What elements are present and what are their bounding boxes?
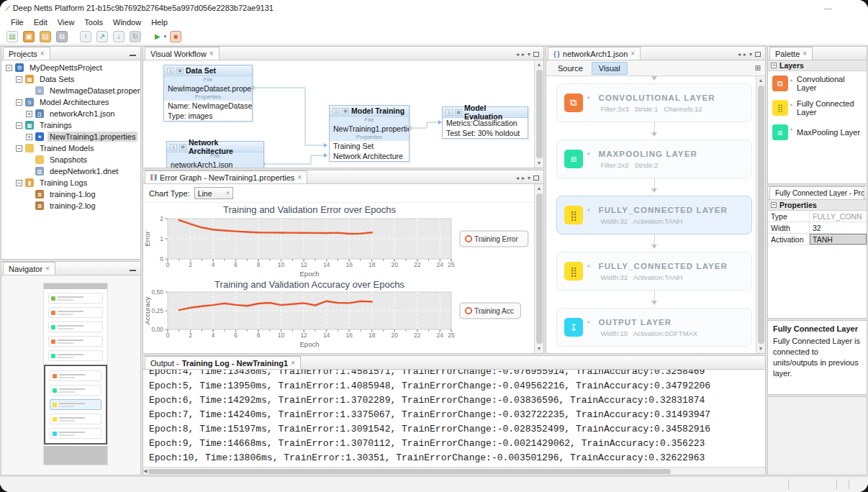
- scroll-up-icon[interactable]: ▲: [537, 60, 542, 69]
- tree-item-training-1-log[interactable]: ≣training-1.log: [1, 188, 140, 200]
- menu-tools[interactable]: Tools: [79, 18, 108, 27]
- node-value-row[interactable]: Type: images: [164, 111, 252, 121]
- collapse-icon[interactable]: −: [16, 76, 22, 83]
- close-icon[interactable]: ×: [630, 50, 635, 58]
- property-value[interactable]: TANH: [810, 234, 867, 245]
- node-value-row[interactable]: Test Set: 30% holdout: [443, 128, 528, 138]
- close-icon[interactable]: ×: [291, 359, 295, 367]
- palette-group-header[interactable]: − Layers: [768, 60, 867, 71]
- tree-item-newimagedataset-properties[interactable]: ≡NewImageDataset.properties: [1, 85, 140, 96]
- scroll-right-icon[interactable]: ▸: [743, 51, 746, 58]
- tab-visual-workflow[interactable]: Visual Workflow ×: [145, 47, 220, 60]
- tab-palette[interactable]: Palette ×: [769, 47, 813, 60]
- tree-item-newtraining1-properties[interactable]: +✦NewTraining1.properties: [1, 131, 140, 142]
- tab-network-arch[interactable]: { } networkArch1.json ×: [548, 47, 641, 60]
- node-value-row[interactable]: Name: NewImageDataset: [164, 101, 252, 111]
- layer-card-maxpool[interactable]: ⧈▴MAXPOOLING LAYERFilter:2x2 Stride:2: [556, 140, 752, 178]
- collapse-icon[interactable]: −: [771, 202, 777, 208]
- scroll-left-icon[interactable]: ◂: [516, 175, 519, 181]
- layer-card-fc[interactable]: ⣿▴FULLY_CONNECTED LAYERWidth:32 Activati…: [556, 252, 752, 291]
- source-view-button[interactable]: Source: [551, 62, 590, 75]
- maximize-icon[interactable]: [533, 52, 539, 57]
- toolbar-create-architecture-button[interactable]: ↗: [94, 29, 110, 44]
- layer-card-output[interactable]: ↧▴OUTPUT LAYERWidth:10 Activation:SOFTMA…: [556, 308, 752, 347]
- scroll-down-icon[interactable]: ▼: [537, 159, 542, 168]
- toolbar-stop-button[interactable]: ■: [168, 29, 184, 44]
- layer-card-conv[interactable]: ⧉▴CONVOLUTIONAL LAYERFilter:3x3 Stride:1…: [556, 83, 752, 122]
- grid-toggle-icon[interactable]: ⊞: [755, 64, 761, 72]
- collapse-icon[interactable]: △: [446, 109, 453, 116]
- collapse-icon[interactable]: −: [6, 65, 12, 71]
- maximize-icon[interactable]: [755, 52, 761, 57]
- expand-icon[interactable]: +: [26, 111, 32, 117]
- menu-file[interactable]: File: [6, 18, 29, 27]
- scroll-left-icon[interactable]: ◂: [738, 51, 741, 58]
- tab-list-icon[interactable]: ▾: [528, 51, 530, 58]
- node-value-row[interactable]: NewTraining1.properties: [330, 124, 409, 134]
- menu-help[interactable]: Help: [146, 18, 173, 27]
- tab-projects[interactable]: Projects ×: [3, 47, 50, 60]
- output-log[interactable]: Epoch:4, Time:13436ms, TrainError:1.4581…: [143, 370, 765, 467]
- output-horizontal-scrollbar[interactable]: ◀: [143, 467, 765, 475]
- minimize-icon[interactable]: [130, 270, 136, 271]
- collapse-icon[interactable]: −: [16, 122, 22, 129]
- scrollbar-thumb[interactable]: [758, 86, 764, 344]
- collapse-icon[interactable]: −: [16, 99, 22, 106]
- toolbar-sync-button[interactable]: ↻: [127, 29, 143, 44]
- node-value-row[interactable]: NewImageDataset.properties: [164, 83, 252, 94]
- network-arch-vertical-scrollbar[interactable]: ▲ ▼: [756, 76, 765, 353]
- node-value-row[interactable]: Metrics:Classification: [443, 118, 528, 128]
- close-icon[interactable]: ×: [40, 50, 45, 58]
- node-value-row[interactable]: Training Set: [330, 141, 409, 151]
- collapse-icon[interactable]: −: [16, 145, 22, 152]
- menu-edit[interactable]: Edit: [29, 18, 53, 27]
- scrollbar-thumb[interactable]: [536, 193, 543, 344]
- tree-item-snapshots[interactable]: Snapshots: [1, 154, 140, 165]
- collapse-icon[interactable]: −: [771, 63, 777, 68]
- node-value-row[interactable]: Network Architecture: [330, 151, 409, 161]
- tab-error-graph[interactable]: Error Graph - NewTraining1.properties ×: [145, 170, 307, 183]
- tab-navigator[interactable]: Navigator ×: [3, 262, 55, 275]
- close-icon[interactable]: ×: [803, 50, 807, 58]
- visual-view-button[interactable]: Visual: [592, 62, 628, 75]
- tree-item-deepnetwork1-dnet[interactable]: ▥deepNetwork1.dnet: [1, 165, 140, 177]
- toolbar-new-project-button[interactable]: ▣: [21, 29, 37, 44]
- toolbar-save-all-button[interactable]: ⧉: [54, 29, 70, 44]
- maximize-icon[interactable]: [533, 176, 539, 181]
- scroll-down-icon[interactable]: ▼: [759, 345, 764, 353]
- toolbar-run-button[interactable]: ▶▾: [151, 29, 167, 44]
- workflow-canvas[interactable]: △▤Data SetFileNewImageDataset.properties…: [143, 60, 534, 168]
- tab-list-icon[interactable]: ▾: [749, 51, 752, 58]
- menu-view[interactable]: View: [53, 18, 80, 27]
- toolbar-open-project-button[interactable]: ▤: [37, 29, 53, 44]
- toolbar-new-file-button[interactable]: ▤: [4, 29, 20, 44]
- navigator-thumbnail[interactable]: [43, 283, 108, 465]
- tree-item-training-logs[interactable]: −▮Training Logs: [1, 177, 140, 188]
- error-graph-vertical-scrollbar[interactable]: ▲ ▼: [534, 184, 543, 353]
- tree-item-networkarch1-json[interactable]: +{}networkArch1.json: [1, 108, 140, 119]
- property-value[interactable]: FULLY_CONN: [810, 211, 867, 222]
- tree-item-trainings[interactable]: −▦Trainings: [1, 119, 140, 131]
- navigator-viewport[interactable]: [44, 365, 107, 445]
- tree-item-trained-models[interactable]: −Trained Models: [1, 142, 140, 154]
- scroll-down-icon[interactable]: ▼: [537, 345, 542, 353]
- tree-item-model-architectures[interactable]: −SModel Architectures: [1, 96, 140, 108]
- tab-properties[interactable]: Fully Connected Layer - Properties ×: [769, 186, 864, 199]
- collapse-icon[interactable]: △: [333, 108, 340, 114]
- collapse-icon[interactable]: △: [170, 144, 177, 150]
- property-value[interactable]: 32: [810, 222, 867, 233]
- scrollbar-thumb[interactable]: [536, 70, 543, 158]
- scroll-right-icon[interactable]: ▸: [522, 175, 525, 181]
- tree-item-mydeepnettsproject[interactable]: −⚙MyDeepNettsProject: [1, 62, 140, 73]
- tree-item-training-2-log[interactable]: ≣training-2.log: [1, 200, 140, 211]
- close-icon[interactable]: ×: [45, 265, 50, 273]
- tab-list-icon[interactable]: ▾: [528, 175, 530, 181]
- scroll-up-icon[interactable]: ▲: [759, 76, 764, 85]
- workflow-vertical-scrollbar[interactable]: ▲ ▼: [534, 60, 543, 168]
- scroll-right-icon[interactable]: ▸: [522, 51, 525, 58]
- minimize-icon[interactable]: [130, 55, 136, 56]
- scrollbar-thumb[interactable]: [148, 469, 671, 474]
- chart-type-select[interactable]: Line ˅: [194, 187, 233, 199]
- palette-item-maxpool[interactable]: ⧈▴MaxPooling Layer: [768, 120, 867, 145]
- workflow-node-network-architecture[interactable]: △▤Network ArchitectureFilenetworkArch1.j…: [166, 141, 264, 168]
